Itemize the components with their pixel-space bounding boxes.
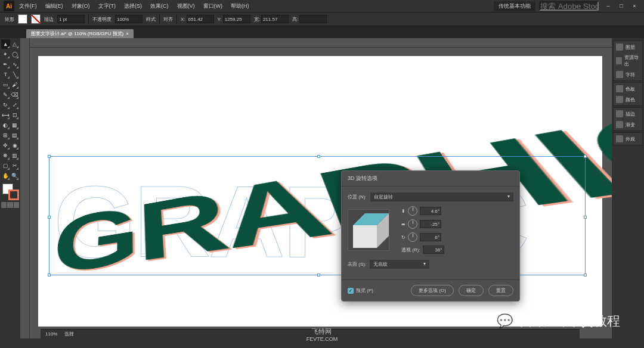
symbol-sprayer-tool[interactable]: ❋ — [1, 151, 10, 160]
panel-gradient[interactable]: 渐变 — [615, 120, 641, 129]
rotation-cube[interactable] — [348, 209, 389, 251]
direct-selection-tool[interactable]: △ — [11, 39, 20, 49]
fill-swatch[interactable] — [18, 14, 27, 24]
close-icon[interactable]: × — [126, 31, 129, 36]
mesh-tool[interactable]: ⊞ — [1, 130, 10, 140]
canvas[interactable]: GRAPHIC GRAPHIC 3D 旋转选项 位置 (N): 自定旋转▾ — [20, 38, 612, 338]
curvature-tool[interactable]: ∿ — [11, 60, 20, 69]
rotate-tool[interactable]: ↻ — [1, 100, 10, 110]
handle-w[interactable] — [48, 216, 51, 219]
handle-se[interactable] — [584, 274, 587, 276]
panel-stroke[interactable]: 描边 — [615, 109, 641, 119]
ok-button[interactable]: 确定 — [459, 285, 484, 296]
w-input[interactable] — [261, 15, 289, 23]
axis-y-dial[interactable] — [408, 219, 417, 229]
gradient-tool[interactable]: ▤ — [11, 130, 20, 140]
color-modes[interactable] — [1, 202, 19, 208]
ruler-vertical — [20, 38, 30, 338]
handle-nw[interactable] — [48, 155, 51, 158]
axis-x-dial[interactable] — [408, 206, 417, 216]
free-transform-tool[interactable]: ⊡ — [11, 110, 20, 120]
zoom-tool[interactable]: 🔍 — [11, 171, 20, 181]
perspective-input[interactable] — [423, 246, 444, 254]
menu-view[interactable]: 视图(V) — [174, 1, 199, 11]
y-input[interactable] — [223, 15, 250, 23]
maximize-button[interactable]: □ — [615, 1, 627, 11]
stroke-weight-input[interactable] — [57, 15, 85, 23]
handle-n[interactable] — [317, 155, 320, 158]
gradient-icon — [616, 121, 623, 128]
handle-e[interactable] — [584, 216, 587, 219]
menu-select[interactable]: 选择(S) — [120, 1, 145, 11]
x-input[interactable] — [187, 15, 214, 23]
stroke-label: 描边 — [44, 16, 54, 23]
perspective-tool[interactable]: ▦ — [11, 120, 20, 130]
lasso-tool[interactable]: ◯ — [11, 49, 20, 59]
slice-tool[interactable]: ✂ — [11, 161, 20, 170]
graph-tool[interactable]: ▥ — [11, 151, 20, 160]
selection-tool[interactable]: ▲ — [1, 39, 10, 49]
width-tool[interactable]: ⟷ — [1, 110, 10, 120]
stroke-color[interactable] — [8, 189, 19, 200]
search-input[interactable] — [539, 1, 599, 11]
minimize-button[interactable]: – — [602, 1, 614, 11]
hand-tool[interactable]: ✋ — [1, 171, 10, 181]
handle-ne[interactable] — [584, 155, 587, 158]
handle-sw[interactable] — [48, 274, 51, 276]
artboard-tool[interactable]: ▢ — [1, 161, 10, 170]
axis-y-icon: ⬌ — [401, 222, 405, 227]
menu-window[interactable]: 窗口(W) — [200, 1, 227, 11]
scale-tool[interactable]: ⤢ — [11, 100, 20, 110]
position-select[interactable]: 自定旋转▾ — [370, 192, 513, 201]
panel-asset-export[interactable]: 资源导出 — [615, 53, 641, 69]
stroke-swatch[interactable] — [31, 14, 41, 24]
axis-y-input[interactable] — [420, 220, 441, 228]
axis-x-input[interactable] — [420, 207, 441, 215]
stroke-icon — [616, 110, 623, 117]
rectangle-tool[interactable]: ▭ — [1, 80, 10, 89]
h-input[interactable] — [299, 15, 327, 23]
surface-select[interactable]: 无底纹▾ — [370, 260, 429, 269]
eraser-tool[interactable]: ⌫ — [11, 90, 20, 100]
panel-color[interactable]: 颜色 — [615, 95, 641, 104]
type-tool[interactable]: T — [1, 70, 10, 79]
reset-button[interactable]: 重置 — [488, 285, 513, 296]
h-label: 高: — [292, 16, 298, 23]
fill-stroke-swatches[interactable] — [1, 184, 19, 200]
panel-swatches[interactable]: 色板 — [615, 84, 641, 94]
paintbrush-tool[interactable]: 🖌 — [11, 80, 20, 89]
ruler-horizontal — [30, 38, 612, 48]
watermark-center: 飞特网 FEVTE.COM — [306, 327, 338, 342]
menu-file[interactable]: 文件(F) — [16, 1, 41, 11]
menu-object[interactable]: 对象(O) — [68, 1, 94, 11]
menu-edit[interactable]: 编辑(E) — [42, 1, 67, 11]
menu-type[interactable]: 文字(T) — [95, 1, 120, 11]
menu-help[interactable]: 帮助(H) — [227, 1, 253, 11]
pen-tool[interactable]: ✒ — [1, 60, 10, 69]
magic-wand-tool[interactable]: ✦ — [1, 49, 10, 59]
zoom-level[interactable]: 110% — [45, 331, 57, 337]
menu-effect[interactable]: 效果(C) — [147, 1, 172, 11]
axis-z-dial[interactable] — [408, 232, 417, 242]
line-tool[interactable]: ╲ — [11, 70, 20, 79]
close-button[interactable]: × — [628, 1, 640, 11]
blend-tool[interactable]: ◉ — [11, 141, 20, 150]
handle-s[interactable] — [317, 274, 320, 276]
opacity-label: 不透明度 — [92, 16, 112, 23]
eyedropper-tool[interactable]: ✜ — [1, 141, 10, 150]
axis-z-input[interactable] — [420, 233, 441, 241]
preview-checkbox[interactable]: ✓预览 (P) — [348, 287, 373, 294]
panel-character[interactable]: 字符 — [615, 70, 641, 79]
style-label: 样式 — [146, 16, 156, 23]
workspace-switcher[interactable]: 传统基本功能 — [494, 1, 535, 11]
x-label: X: — [181, 17, 185, 22]
more-options-button[interactable]: 更多选项 (O) — [411, 285, 454, 296]
panel-appearance[interactable]: 外观 — [615, 134, 641, 144]
check-icon: ✓ — [348, 288, 354, 294]
panel-layers[interactable]: 图层 — [615, 42, 641, 52]
shaper-tool[interactable]: ✎ — [1, 90, 10, 100]
opacity-input[interactable] — [115, 15, 143, 23]
document-tab[interactable]: 图案文字设计.ai* @ 110% (RGB/GPU 预览) × — [26, 29, 134, 38]
shape-builder-tool[interactable]: ◐ — [1, 120, 10, 130]
dialog-title: 3D 旋转选项 — [342, 171, 519, 187]
